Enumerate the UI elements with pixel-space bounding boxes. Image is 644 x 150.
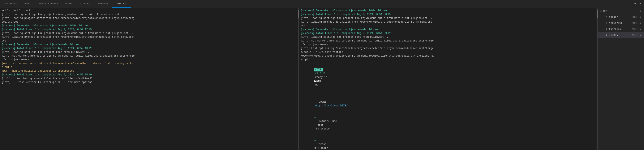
terminal-line: [info] loading project definition from /… bbox=[301, 20, 596, 24]
terminal-file-icon: 🖹 bbox=[605, 21, 608, 25]
terminal-item-fastlink[interactable]: └ 🖹 fastLink Task ∨ bbox=[598, 26, 644, 32]
terminal-line: [info] loading project definition from /… bbox=[2, 16, 297, 20]
vite-ready-text: ready in bbox=[314, 76, 329, 79]
terminal-line: [success] Generated .bloop/zio-rtjvm-dem… bbox=[301, 28, 596, 31]
vite-version: v5.2.11 bbox=[315, 72, 325, 75]
terminal-item-label: serverRun bbox=[609, 22, 630, 25]
terminal-list-panel: □ zsh ∨ └ 🖹 docker Task ∨ └ 🖹 serverRun … bbox=[598, 8, 644, 150]
terminal-line: ect bbox=[301, 24, 596, 28]
terminal-file-icon: 🖹 bbox=[605, 34, 608, 37]
terminal-line: [info] set current project to zio-rtjvm-… bbox=[301, 39, 596, 43]
terminal-line: /Users/cheleb/projects/cheleb/zio-rtjvm-… bbox=[301, 54, 596, 58]
vite-help-cmd: h + enter bbox=[314, 147, 328, 150]
terminal-line: [info] 1. Monitoring source files for ro… bbox=[2, 77, 297, 80]
terminal-line: [info] loading settings for project zio-… bbox=[301, 16, 596, 20]
tab-gitlens[interactable]: GITLENS bbox=[76, 0, 93, 8]
vite-ready-line: VITE v5.2.11 ready in 12387 ms bbox=[301, 63, 596, 91]
terminal-line: [success] Total time: 1 s, completed Aug… bbox=[301, 31, 596, 35]
terminal-item-zsh[interactable]: □ zsh ∨ bbox=[598, 8, 644, 14]
right-terminal-content: [success] Generated .bloop/zio-rtjvm-dem… bbox=[299, 8, 598, 150]
terminal-line: ect bbox=[2, 39, 297, 43]
vite-ms-unit: ms bbox=[314, 83, 318, 86]
tab-debug-console[interactable]: DEBUG CONSOLE bbox=[36, 0, 62, 8]
terminal-line: ect/project bbox=[2, 20, 297, 24]
terminal-line: b/zio-rtjvm-demo/) bbox=[2, 58, 297, 62]
terminal-line: [success] Total time: 1 s, completed Aug… bbox=[2, 46, 297, 50]
terminal-item-docker[interactable]: └ 🖹 docker Task ∨ bbox=[598, 14, 644, 20]
right-scroll-thumb[interactable] bbox=[596, 10, 598, 18]
terminal-item-tag: Task bbox=[632, 22, 637, 24]
terminal-line: [info] loading settings for project root… bbox=[2, 50, 297, 54]
terminal-close-button[interactable]: ∨ bbox=[639, 27, 642, 31]
terminal-item-label: docker bbox=[609, 16, 630, 19]
terminal-item-tag: Task bbox=[632, 16, 637, 18]
terminal-line: [success] Generated .bloop/zio-rtjvm-dem… bbox=[2, 43, 297, 46]
terminal-line: stopt bbox=[301, 58, 596, 62]
vite-network-line: → Network: use --host to expose bbox=[301, 112, 596, 135]
vite-local-line: → Local: http://localhost:5173/ bbox=[301, 93, 596, 112]
vite-ms: 12387 bbox=[314, 80, 321, 83]
terminal-item-label: fastLink bbox=[609, 28, 630, 31]
terminal-item-serverrun[interactable]: └ 🖹 serverRun Task ∨ bbox=[598, 20, 644, 26]
terminal-line: [info] loading settings for project root… bbox=[301, 35, 596, 39]
terminal-line: [warn] sbt server could not start becaus… bbox=[2, 62, 297, 65]
vite-help-line: → press h + enter to show help bbox=[301, 135, 596, 150]
terminal-file-icon: 🖹 bbox=[605, 15, 608, 19]
vite-local-url[interactable]: http://localhost:5173/ bbox=[314, 104, 348, 107]
tab-terminal[interactable]: TERMINAL bbox=[112, 0, 131, 8]
tab-ports[interactable]: PORTS bbox=[62, 0, 76, 8]
tab-bar: PROBLEMS OUTPUT DEBUG CONSOLE PORTS GITL… bbox=[0, 0, 644, 8]
terminal-line: [info] set current project to zio-rtjvm-… bbox=[2, 54, 297, 58]
more-actions-button[interactable]: ··· bbox=[624, 1, 632, 6]
left-terminal-content: ect/project/project [info] loading setti… bbox=[0, 8, 299, 150]
vite-network-cmd: --host bbox=[314, 124, 324, 127]
left-terminal-pane[interactable]: ect/project/project [info] loading setti… bbox=[0, 8, 299, 150]
add-terminal-button[interactable]: + ▾ bbox=[618, 1, 624, 6]
terminal-item-label: zsh bbox=[603, 10, 638, 12]
terminal-line: [success] Generated .bloop/zio-rtjvm-dem… bbox=[301, 9, 596, 12]
left-scroll-thumb[interactable] bbox=[298, 10, 299, 18]
terminal-line: [info] loading settings for project zio-… bbox=[2, 12, 297, 16]
close-panel-button[interactable]: × bbox=[638, 1, 642, 6]
maximize-panel-button[interactable]: ⌃ bbox=[633, 1, 637, 6]
terminal-line: [info] loading settings for project zio-… bbox=[2, 31, 297, 35]
left-scrollbar[interactable] bbox=[298, 8, 299, 150]
right-scrollbar[interactable] bbox=[596, 8, 598, 150]
terminal-line: [warn] Running multiple instances is uns… bbox=[2, 69, 297, 73]
terminal-line: t/scala-3.4.2/client-fastopt bbox=[301, 50, 596, 54]
terminal-file-icon: 🖹 bbox=[605, 28, 608, 31]
terminal-line: [info] loading project definition from /… bbox=[2, 35, 297, 39]
terminal-icon: □ bbox=[600, 9, 602, 12]
terminal-item-npmdev[interactable]: └ 🖹 npmDev Task ∨ bbox=[598, 32, 644, 38]
terminal-area: ect/project/project [info] loading setti… bbox=[0, 8, 644, 150]
terminal-close-button[interactable]: ∨ bbox=[639, 15, 642, 19]
vite-label: VITE bbox=[314, 68, 323, 71]
terminal-close-button[interactable]: ∨ bbox=[639, 9, 642, 13]
terminal-line: [info] Press <enter> to interrupt or '?'… bbox=[2, 80, 297, 84]
terminal-line: b/zio-rtjvm-demo/) bbox=[301, 43, 596, 46]
terminal-line: s build. bbox=[2, 65, 297, 69]
terminal-line: [success] Total time: 1 s, completed Aug… bbox=[301, 12, 596, 16]
terminal-line: [success] Total time: 1 s, completed Aug… bbox=[2, 73, 297, 77]
terminal-line: [success] Total time: 1 s, completed Aug… bbox=[2, 28, 297, 31]
right-terminal-pane[interactable]: [success] Generated .bloop/zio-rtjvm-dem… bbox=[299, 8, 598, 150]
tab-output[interactable]: OUTPUT bbox=[20, 0, 36, 8]
terminal-close-button[interactable]: ∨ bbox=[639, 21, 642, 25]
terminal-line: [success] Generated .bloop/zio-rtjvm-dem… bbox=[2, 24, 297, 28]
terminal-item-tag: Task bbox=[632, 28, 637, 30]
tab-comments[interactable]: COMMENTS bbox=[93, 0, 112, 8]
terminal-item-label: npmDev bbox=[609, 34, 630, 37]
terminal-item-tag: Task bbox=[632, 34, 637, 36]
terminal-close-button[interactable]: ∨ bbox=[639, 33, 642, 37]
terminal-line: ect/project/project bbox=[2, 9, 297, 12]
terminal-line: [info] Fast optimizing /Users/cheleb/pro… bbox=[301, 46, 596, 50]
tab-bar-actions: + ▾ ··· ⌃ × bbox=[618, 1, 642, 6]
tab-problems[interactable]: PROBLEMS bbox=[2, 0, 20, 8]
